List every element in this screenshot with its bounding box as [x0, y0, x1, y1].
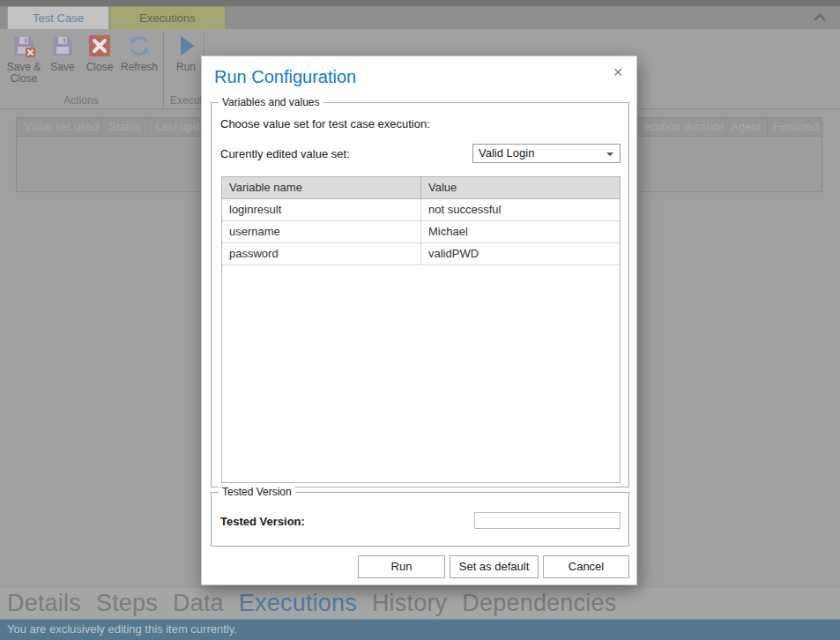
- column-header-value[interactable]: Value: [421, 177, 457, 198]
- run-dialog-button[interactable]: Run: [358, 555, 445, 578]
- group-label-executions: Execut: [170, 94, 203, 107]
- instruction-text: Choose value set for test case execution…: [220, 117, 430, 130]
- tested-version-input[interactable]: [474, 512, 621, 529]
- tab-details[interactable]: Details: [7, 590, 81, 617]
- run-icon: [174, 33, 198, 58]
- column-header-variable-name[interactable]: Variable name: [222, 177, 421, 198]
- table-row[interactable]: username Michael: [222, 221, 620, 243]
- variable-value-cell: not successful: [421, 199, 501, 220]
- set-as-default-button[interactable]: Set as default: [450, 555, 539, 578]
- table-row[interactable]: password validPWD: [222, 243, 620, 265]
- group-separator: [163, 31, 164, 108]
- value-set-selected: Valid Login: [473, 145, 620, 162]
- tested-version-label: Tested Version:: [220, 515, 305, 528]
- dialog-title: Run Configuration: [214, 67, 356, 87]
- executions-table: Value set used Status Last update: [16, 117, 201, 192]
- variable-name-cell: loginresult: [222, 199, 421, 220]
- cancel-button[interactable]: Cancel: [543, 555, 629, 578]
- executions-table-right: ecution duration Agent Finalized: [638, 117, 822, 192]
- run-configuration-dialog: Run Configuration ✕ Variables and values…: [201, 56, 637, 585]
- value-set-dropdown[interactable]: Valid Login: [472, 144, 621, 163]
- close-button[interactable]: Close: [81, 33, 118, 73]
- variables-table: Variable name Value loginresult not succ…: [221, 176, 621, 483]
- tested-version-group: Tested Version Tested Version:: [211, 492, 629, 547]
- column-header-last-update[interactable]: Last update: [148, 118, 201, 136]
- save-icon: [50, 33, 75, 58]
- tab-executions[interactable]: Executions: [109, 6, 226, 29]
- variable-value-cell: validPWD: [421, 243, 479, 264]
- save-label: Save: [50, 62, 74, 73]
- status-message: You are exclusively editing this item cu…: [0, 620, 840, 639]
- save-close-button[interactable]: Save & Close: [4, 33, 44, 85]
- executions-table-body: [17, 136, 201, 191]
- column-header-agent[interactable]: Agent: [725, 118, 768, 136]
- status-bar: You are exclusively editing this item cu…: [0, 619, 840, 640]
- chevron-up-icon: [810, 15, 829, 30]
- close-icon: ✕: [613, 65, 623, 79]
- close-icon: [87, 33, 112, 58]
- chevron-down-icon: [606, 153, 613, 156]
- group-legend: Variables and values: [219, 96, 323, 108]
- tab-executions-bottom[interactable]: Executions: [239, 590, 357, 617]
- variable-value-cell: Michael: [421, 221, 468, 242]
- run-label: Run: [176, 62, 196, 73]
- tab-data[interactable]: Data: [173, 590, 224, 617]
- ribbon-collapse-button[interactable]: [810, 10, 829, 27]
- ribbon-tab-strip: Test Case Executions: [0, 6, 840, 29]
- column-header-finalized[interactable]: Finalized: [768, 118, 821, 136]
- table-row[interactable]: loginresult not successful: [222, 199, 620, 221]
- tab-history[interactable]: History: [372, 590, 447, 617]
- tab-dependencies[interactable]: Dependencies: [462, 590, 616, 617]
- variables-and-values-group: Variables and values Choose value set fo…: [211, 102, 629, 487]
- close-label: Close: [86, 62, 114, 73]
- value-set-label: Curently edited value set:: [220, 147, 350, 160]
- column-header-status[interactable]: Status: [101, 118, 148, 136]
- window-top-edge: [0, 0, 840, 6]
- refresh-label: Refresh: [121, 62, 158, 73]
- dialog-close-button[interactable]: ✕: [609, 63, 627, 81]
- variable-name-cell: username: [222, 221, 421, 242]
- window: { "ribbon": { "tabs": [ { "label": "Test…: [0, 0, 840, 640]
- variable-name-cell: password: [222, 243, 421, 264]
- refresh-icon: [127, 33, 152, 58]
- group-label-actions: Actions: [0, 94, 162, 107]
- save-button[interactable]: Save: [46, 33, 79, 73]
- variables-table-header: Variable name Value: [222, 177, 620, 199]
- save-close-label: Save & Close: [7, 62, 41, 85]
- group-legend: Tested Version: [219, 486, 295, 498]
- column-header-value-set-used[interactable]: Value set used: [17, 118, 101, 136]
- detail-tabs-bar: Details Steps Data Executions History De…: [0, 588, 840, 619]
- save-close-icon: [11, 33, 36, 58]
- run-button[interactable]: Run: [167, 33, 204, 73]
- tab-steps[interactable]: Steps: [96, 590, 158, 617]
- column-header-execution-duration[interactable]: ecution duration: [638, 118, 725, 136]
- tab-test-case[interactable]: Test Case: [7, 6, 109, 29]
- refresh-button[interactable]: Refresh: [118, 33, 160, 73]
- executions-table-body: [638, 136, 821, 191]
